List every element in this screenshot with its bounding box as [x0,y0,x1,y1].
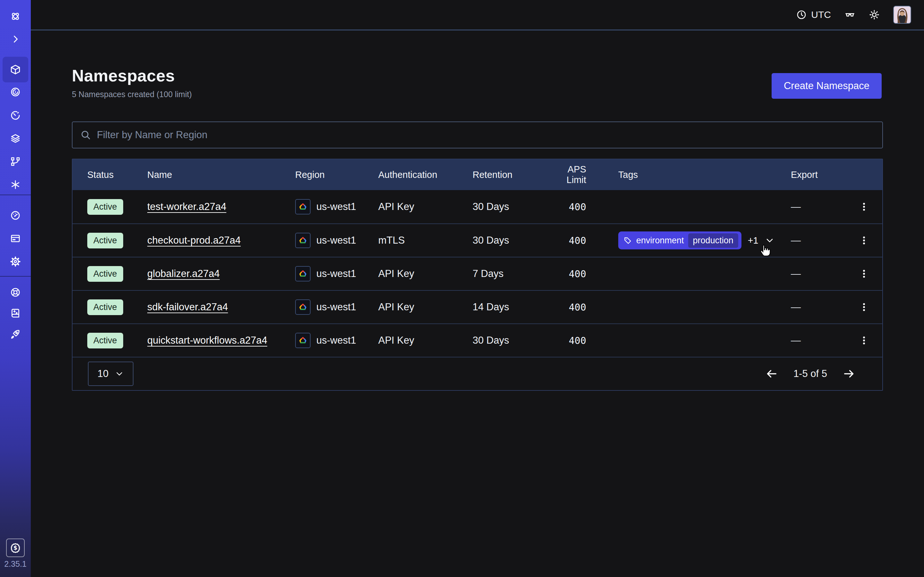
kebab-icon [859,269,869,279]
retention-label: 30 Days [473,201,547,213]
kebab-icon [859,335,869,346]
usage-dollar-button[interactable]: $ [6,538,25,557]
pager-range: 1-5 of 5 [793,368,827,380]
user-avatar[interactable] [893,6,911,24]
page-size-value: 10 [97,368,108,380]
sidebar-item-usage[interactable] [0,205,31,226]
table-row: Active test-worker.a27a4 us-west1 API Ke… [73,190,882,223]
export-value: — [791,335,855,346]
clock-icon [796,10,806,20]
row-menu-button[interactable] [855,269,873,279]
create-namespace-button[interactable]: Create Namespace [772,73,882,99]
book-sparkles-icon [10,308,21,319]
billing-card-icon [10,233,21,244]
status-badge: Active [87,300,123,315]
row-menu-button[interactable] [855,335,873,346]
table-row: Active quickstart-workflows.a27a4 us-wes… [73,324,882,357]
sidebar-item-docs[interactable] [0,303,31,324]
gauge-icon [10,210,21,221]
timezone-selector[interactable]: UTC [796,9,831,20]
col-retention: Retention [473,169,547,180]
tag-chip[interactable]: environment production [618,231,741,250]
timezone-label: UTC [811,9,831,20]
region-label: us-west1 [317,201,356,213]
retention-label: 7 Days [473,268,547,279]
cube-icon [10,64,21,75]
sidebar-item-batch-operations[interactable] [0,151,31,172]
sidebar-divider [0,195,31,195]
table-header: Status Name Region Authentication Retent… [73,159,882,190]
sidebar-item-schedules[interactable] [0,105,31,126]
sidebar-item-nexus[interactable] [0,174,31,195]
auth-label: API Key [378,301,473,313]
auth-label: API Key [378,268,473,279]
auth-label: API Key [378,335,473,346]
region-label: us-west1 [317,301,356,313]
kebab-icon [859,201,869,212]
svg-text:$: $ [13,545,17,551]
gcp-cloud-icon [295,300,310,315]
row-menu-button[interactable] [855,302,873,312]
badge-dollar-icon: $ [10,542,21,554]
temporal-logo-icon [0,6,31,27]
page-size-select[interactable]: 10 [88,362,134,386]
sidebar-item-support[interactable] [0,282,31,303]
glasses-icon [845,9,855,20]
theme-toggle-button[interactable] [869,9,880,20]
aps-limit-value: 400 [547,335,618,346]
namespace-link[interactable]: test-worker.a27a4 [147,201,226,212]
table-row: Active globalizer.a27a4 us-west1 API Key [73,257,882,290]
sidebar: $ 2.35.1 [0,0,31,577]
col-status: Status [87,169,147,180]
auth-label: API Key [378,201,473,213]
sidebar-item-deployments[interactable] [0,128,31,149]
tag-key: environment [636,235,684,245]
filter-bar[interactable] [72,121,883,148]
page-subtitle: 5 Namespaces created (100 limit) [72,90,883,99]
row-menu-button[interactable] [855,235,873,245]
asterisk-icon [10,179,21,190]
export-value: — [791,268,855,279]
col-name: Name [147,169,295,180]
branch-icon [10,156,21,167]
sidebar-divider [0,276,31,277]
tag-value: production [688,234,738,248]
chevron-right-icon [10,34,21,45]
next-page-button[interactable] [843,367,855,380]
sun-icon [869,9,880,20]
sidebar-item-workflows[interactable] [0,82,31,102]
main-content: Namespaces 5 Namespaces created (100 lim… [31,31,924,577]
kebab-icon [859,302,869,312]
sidebar-expand-button[interactable] [0,29,31,49]
mouse-cursor [758,243,772,258]
region-label: us-west1 [317,235,356,246]
gcp-cloud-icon [295,233,310,248]
filter-input[interactable] [97,129,875,141]
namespace-link[interactable]: globalizer.a27a4 [147,268,220,279]
region-label: us-west1 [317,335,356,346]
sidebar-item-getting-started[interactable] [0,324,31,344]
sidebar-item-billing[interactable] [0,228,31,249]
app-root: $ 2.35.1 UTC [0,0,924,577]
aps-limit-value: 400 [547,301,618,313]
sidebar-item-namespaces[interactable] [0,59,31,80]
retention-label: 14 Days [473,301,547,313]
col-aps-limit: APS Limit [547,164,618,185]
export-value: — [791,201,855,213]
reader-mode-button[interactable] [845,9,855,20]
arrow-right-icon [843,367,855,380]
workflows-eye-icon [10,87,21,97]
export-value: — [791,301,855,313]
namespace-link[interactable]: sdk-failover.a27a4 [147,301,228,313]
table-row: Active sdk-failover.a27a4 us-west1 API K… [73,290,882,324]
row-menu-button[interactable] [855,201,873,212]
prev-page-button[interactable] [765,367,778,380]
namespace-link[interactable]: quickstart-workflows.a27a4 [147,335,267,346]
status-badge: Active [87,266,123,282]
auth-label: mTLS [378,235,473,246]
gear-icon [10,256,21,267]
gcp-cloud-icon [295,266,310,282]
timer-icon [10,110,21,121]
namespace-link[interactable]: checkout-prod.a27a4 [147,235,241,246]
sidebar-item-settings[interactable] [0,251,31,272]
